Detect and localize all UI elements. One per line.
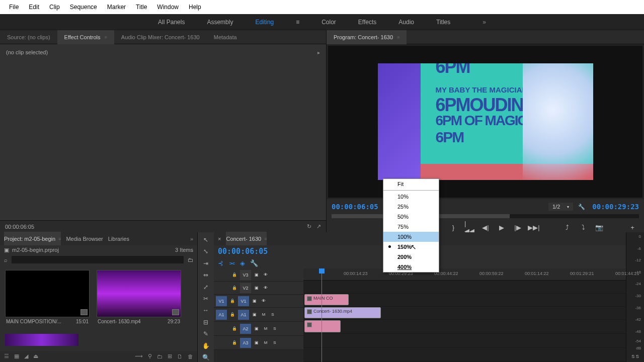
menu-clip[interactable]: Clip — [44, 4, 65, 11]
track-a3-label[interactable]: A3 — [240, 338, 251, 348]
workspace-editing-menu[interactable]: ≡ — [292, 17, 303, 28]
workspace-effects[interactable]: Effects — [354, 17, 380, 28]
timeline-ruler[interactable]: 00:00:14:23 00:00:29:23 00:00:44:22 00:0… — [303, 268, 626, 281]
play-button[interactable]: ▶ — [497, 223, 506, 232]
menu-help[interactable]: Help — [184, 4, 206, 11]
track-v1-label[interactable]: V1 — [238, 296, 249, 306]
zoom-opt-50[interactable]: 50% — [383, 212, 439, 222]
linked-selection-icon[interactable]: ⫘ — [228, 259, 235, 267]
track-header-a2[interactable]: 🔒 A2 ▣ M S — [214, 322, 303, 336]
hand-tool-icon[interactable]: ✋ — [200, 341, 211, 350]
playhead[interactable] — [321, 268, 322, 362]
track-header-v2[interactable]: 🔒 V2 ▣ 👁 — [214, 282, 303, 295]
thumb-main-composition[interactable]: MAIN COMPOSITION/... 15:01 — [5, 270, 90, 326]
razor-tool-icon[interactable]: ✂ — [200, 294, 211, 303]
toggle-a3-icon[interactable]: ▣ — [253, 338, 260, 348]
zoom-opt-10[interactable]: 10% — [383, 192, 439, 202]
track-a1-label[interactable]: A1 — [238, 310, 249, 320]
clip-main-composition[interactable]: MAIN CO — [304, 294, 349, 305]
new-item-icon[interactable]: ⊞ — [168, 353, 172, 359]
lock-v2-icon[interactable]: 🔒 — [231, 283, 238, 293]
sort-icon[interactable]: ⏏ — [33, 353, 38, 359]
marker-icon[interactable]: ◈ — [240, 259, 245, 267]
tab-program-menu-icon[interactable]: ≡ — [397, 35, 399, 40]
tab-libraries[interactable]: Libraries — [108, 236, 129, 242]
thumb-strip[interactable] — [5, 334, 78, 346]
project-overflow-icon[interactable]: » — [190, 236, 193, 242]
track-header-v1[interactable]: V1 🔒 V1 ▣ 👁 — [214, 295, 303, 308]
menu-file[interactable]: File — [4, 4, 24, 11]
track-v3-label[interactable]: V3 — [240, 270, 251, 280]
export-frame-button[interactable]: 📷 — [595, 223, 604, 232]
source-a1-button[interactable]: A1 — [216, 310, 227, 320]
workspace-titles[interactable]: Titles — [432, 17, 454, 28]
settings-icon[interactable]: 🔧 — [250, 259, 258, 267]
tab-project-menu-icon[interactable]: ≡ — [58, 236, 61, 241]
playback-res-selector[interactable]: 1/2 ▾ — [548, 203, 573, 211]
step-forward-button[interactable]: |▶ — [513, 223, 522, 232]
timeline-tc[interactable]: 00:00:06:05 — [218, 247, 268, 256]
extract-button[interactable]: ⤵ — [579, 223, 588, 232]
timeline-track-area[interactable]: 00:00:14:23 00:00:29:23 00:00:44:22 00:0… — [303, 268, 626, 362]
menu-edit[interactable]: Edit — [24, 4, 44, 11]
mute-a3[interactable]: M — [262, 338, 269, 348]
icon-view-icon[interactable]: ▦ — [14, 353, 19, 359]
menu-sequence[interactable]: Sequence — [65, 4, 102, 11]
folder-icon[interactable]: 🗀 — [188, 257, 193, 263]
track-v2-label[interactable]: V2 — [240, 283, 251, 293]
zoom-tool-icon[interactable]: 🔍 — [200, 353, 211, 362]
lock-v1-icon[interactable]: 🔒 — [229, 296, 236, 306]
menu-window[interactable]: Window — [152, 4, 184, 11]
toggle-v1-icon[interactable]: ▣ — [251, 296, 258, 306]
program-current-tc[interactable]: 00:00:06:05 — [332, 203, 378, 211]
tab-program[interactable]: Program: Concert- 1630 ≡ — [327, 30, 407, 44]
zoom-opt-25[interactable]: 25% — [383, 202, 439, 212]
zoom-opt-100[interactable]: 100% — [383, 232, 439, 242]
clear-icon[interactable]: 🗋 — [177, 353, 183, 359]
solo-a2[interactable]: S — [271, 324, 278, 334]
new-bin-icon[interactable]: 🗀 — [157, 353, 163, 359]
freeform-view-icon[interactable]: ◢ — [24, 353, 28, 359]
track-header-a1[interactable]: A1 🔒 A1 ▣ M S — [214, 308, 303, 322]
trash-icon[interactable]: 🗑 — [188, 353, 193, 359]
selection-tool-icon[interactable]: ↖ — [200, 235, 211, 244]
tab-audio-mixer[interactable]: Audio Clip Mixer: Concert- 1630 — [114, 30, 207, 44]
eye-v2-icon[interactable]: 👁 — [262, 283, 269, 293]
tab-source[interactable]: Source: (no clips) — [0, 30, 57, 44]
lock-a3-icon[interactable]: 🔒 — [231, 338, 238, 348]
go-to-in-button[interactable]: |◀◀ — [465, 223, 474, 232]
clip-audio-a1[interactable] — [304, 320, 341, 332]
zoom-opt-400[interactable]: 400% — [383, 262, 439, 272]
meter-solo[interactable]: S S — [627, 353, 643, 360]
workspace-all-panels[interactable]: All Panels — [154, 17, 189, 28]
track-header-v3[interactable]: 🔒 V3 ▣ 👁 — [214, 268, 303, 282]
tab-metadata[interactable]: Metadata — [207, 30, 244, 44]
eye-v3-icon[interactable]: 👁 — [262, 270, 269, 280]
slip-tool-icon[interactable]: ↔ — [200, 306, 211, 315]
track-a2-label[interactable]: A2 — [240, 324, 251, 334]
toggle-a2-icon[interactable]: ▣ — [253, 324, 260, 334]
button-editor-plus-icon[interactable]: + — [628, 223, 637, 232]
workspace-overflow-icon[interactable]: » — [478, 17, 490, 28]
workspace-color[interactable]: Color — [317, 17, 340, 28]
program-monitor[interactable]: 6PM MY BABY THE MAGICIAN SERIES 6PMOUDIN… — [328, 46, 642, 198]
lock-a1-icon[interactable]: 🔒 — [229, 310, 236, 320]
zoom-opt-fit[interactable]: Fit — [383, 179, 439, 189]
solo-a3[interactable]: S — [271, 338, 278, 348]
track-select-tool-icon[interactable]: ⤡ — [200, 247, 211, 255]
effect-loop-icon[interactable]: ↻ — [307, 223, 311, 230]
clip-concert-video[interactable]: Concert- 1630.mp4 — [304, 307, 381, 318]
lock-a2-icon[interactable]: 🔒 — [231, 324, 238, 334]
tab-effect-controls[interactable]: Effect Controls ≡ — [57, 30, 114, 44]
list-view-icon[interactable]: ☰ — [4, 353, 9, 359]
mute-a2[interactable]: M — [262, 324, 269, 334]
mute-a1[interactable]: M — [260, 310, 267, 320]
rate-stretch-tool-icon[interactable]: ⤢ — [200, 283, 211, 291]
effect-export-icon[interactable]: ↗ — [316, 223, 321, 230]
mark-out-button[interactable]: } — [449, 223, 458, 232]
effect-toggle-icon[interactable]: ▸ — [317, 50, 320, 55]
track-header-a3[interactable]: 🔒 A3 ▣ M S — [214, 336, 303, 350]
toggle-a1-icon[interactable]: ▣ — [251, 310, 258, 320]
slide-tool-icon[interactable]: ⊟ — [200, 318, 211, 326]
sequence-menu-icon[interactable]: ≡ — [264, 236, 267, 241]
